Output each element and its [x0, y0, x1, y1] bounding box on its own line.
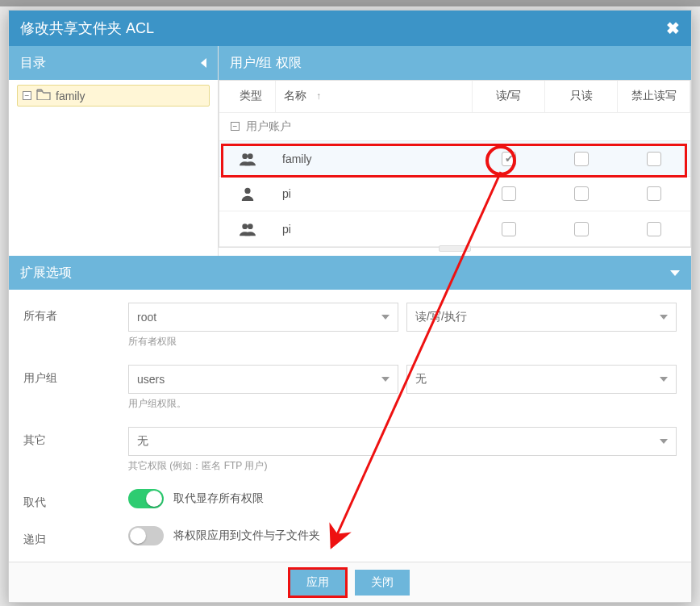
replace-text: 取代显存所有权限: [173, 491, 264, 506]
svg-point-4: [248, 224, 253, 229]
owner-perm-value: 读/写/执行: [415, 310, 467, 324]
chevron-down-icon: [660, 377, 668, 382]
group-label: 用户账户: [246, 119, 291, 134]
checkbox-ro[interactable]: [574, 222, 589, 236]
extended-panel-header[interactable]: 扩展选项: [9, 256, 691, 290]
form-row-other: 其它 无 其它权限 (例如：匿名 FTP 用户): [23, 427, 677, 473]
recurse-toggle[interactable]: [128, 526, 164, 545]
group-select[interactable]: users: [128, 365, 398, 394]
directory-panel-title: 目录: [20, 55, 46, 72]
grid-header: 类型 名称↑ 读/写 只读 禁止读写: [219, 81, 690, 113]
tree-collapse-icon[interactable]: −: [23, 91, 31, 100]
directory-tree: − family: [9, 80, 218, 111]
dialog-titlebar: 修改共享文件夹 ACL ✖: [9, 10, 691, 46]
sort-asc-icon: ↑: [316, 90, 321, 102]
top-area: 目录 − family 用户/组 权限: [9, 46, 691, 256]
splitter-handle-icon: [439, 245, 471, 252]
owner-value: root: [137, 311, 156, 324]
extended-panel-title: 扩展选项: [20, 265, 72, 282]
recurse-label: 递归: [23, 526, 128, 547]
other-select[interactable]: 无: [128, 427, 677, 456]
owner-label: 所有者: [23, 303, 128, 324]
table-row[interactable]: pi: [219, 177, 690, 212]
group-value: users: [137, 373, 165, 386]
form-row-owner: 所有者 root 读/写/执行 所有者权限: [23, 303, 677, 349]
grid-group-users[interactable]: − 用户账户: [219, 113, 690, 142]
row-name: family: [282, 153, 312, 165]
checkbox-deny[interactable]: [647, 186, 661, 201]
table-row[interactable]: pi: [219, 211, 690, 247]
grid-splitter[interactable]: [219, 248, 691, 256]
row-type-icon: [219, 186, 276, 201]
collapse-down-icon[interactable]: [670, 270, 680, 276]
collapse-left-icon[interactable]: [201, 58, 206, 68]
checkbox-rw[interactable]: [502, 186, 516, 201]
owner-select[interactable]: root: [128, 303, 398, 332]
checkbox-deny[interactable]: [647, 222, 661, 236]
checkbox-ro[interactable]: [574, 152, 589, 166]
chevron-down-icon: [660, 315, 668, 320]
chevron-down-icon: [660, 439, 668, 444]
col-type[interactable]: 类型: [219, 81, 276, 112]
form-row-replace: 取代 取代显存所有权限: [23, 489, 677, 510]
dialog-title: 修改共享文件夹 ACL: [20, 19, 154, 38]
svg-point-3: [242, 224, 248, 229]
other-label: 其它: [23, 427, 128, 448]
group-hint: 用户组权限。: [128, 397, 677, 411]
background-tab: [0, 0, 700, 6]
permissions-panel-title: 用户/组 权限: [230, 55, 302, 72]
permissions-grid: 类型 名称↑ 读/写 只读 禁止读写 − 用户账户: [219, 80, 691, 248]
acl-dialog: 修改共享文件夹 ACL ✖ 目录 − family: [8, 10, 692, 603]
group-label: 用户组: [23, 365, 128, 386]
recurse-text: 将权限应用到文件与子文件夹: [173, 529, 320, 543]
svg-point-2: [244, 188, 250, 194]
checkbox-deny[interactable]: [647, 152, 661, 166]
checkbox-rw[interactable]: [502, 222, 516, 236]
col-rw[interactable]: 读/写: [473, 81, 545, 112]
dialog-footer: 应用 关闭: [9, 562, 691, 602]
apply-button[interactable]: 应用: [290, 570, 345, 596]
tree-node-label: family: [56, 90, 85, 102]
form-row-group: 用户组 users 无 用户组权限。: [23, 365, 677, 411]
checkbox-rw[interactable]: [502, 152, 516, 166]
group-perm-value: 无: [415, 372, 427, 387]
chevron-down-icon: [381, 377, 390, 382]
col-deny[interactable]: 禁止读写: [618, 81, 690, 112]
permissions-panel-header: 用户/组 权限: [219, 46, 691, 80]
replace-label: 取代: [23, 489, 128, 510]
group-icon: [240, 152, 256, 166]
user-icon: [240, 186, 256, 201]
folder-open-icon: [36, 89, 51, 102]
close-button[interactable]: 关闭: [355, 570, 410, 596]
extended-panel-body: 所有者 root 读/写/执行 所有者权限: [9, 290, 691, 562]
svg-point-1: [248, 153, 253, 159]
directory-panel-header: 目录: [9, 46, 218, 80]
group-perm-select[interactable]: 无: [406, 365, 677, 394]
directory-panel: 目录 − family: [9, 46, 219, 256]
replace-toggle[interactable]: [128, 489, 164, 508]
checkbox-ro[interactable]: [574, 186, 589, 201]
permissions-panel: 用户/组 权限 类型 名称↑ 读/写 只读 禁止读写 − 用户账户: [219, 46, 691, 256]
tree-node-family[interactable]: − family: [17, 85, 210, 107]
owner-perm-select[interactable]: 读/写/执行: [406, 303, 677, 332]
row-name: pi: [282, 187, 291, 200]
table-row[interactable]: family: [219, 141, 690, 177]
col-name[interactable]: 名称↑: [276, 81, 473, 112]
row-name: pi: [282, 223, 291, 236]
other-value: 无: [137, 434, 148, 449]
group-collapse-icon[interactable]: −: [231, 122, 240, 131]
row-type-icon: [219, 152, 276, 166]
row-type-icon: [219, 222, 276, 236]
col-ro[interactable]: 只读: [545, 81, 618, 112]
svg-point-0: [242, 153, 248, 159]
chevron-down-icon: [381, 315, 390, 320]
other-hint: 其它权限 (例如：匿名 FTP 用户): [128, 459, 677, 473]
form-row-recurse: 递归 将权限应用到文件与子文件夹: [23, 526, 677, 547]
owner-hint: 所有者权限: [128, 335, 677, 349]
group-icon: [240, 222, 256, 236]
close-icon[interactable]: ✖: [666, 19, 680, 38]
